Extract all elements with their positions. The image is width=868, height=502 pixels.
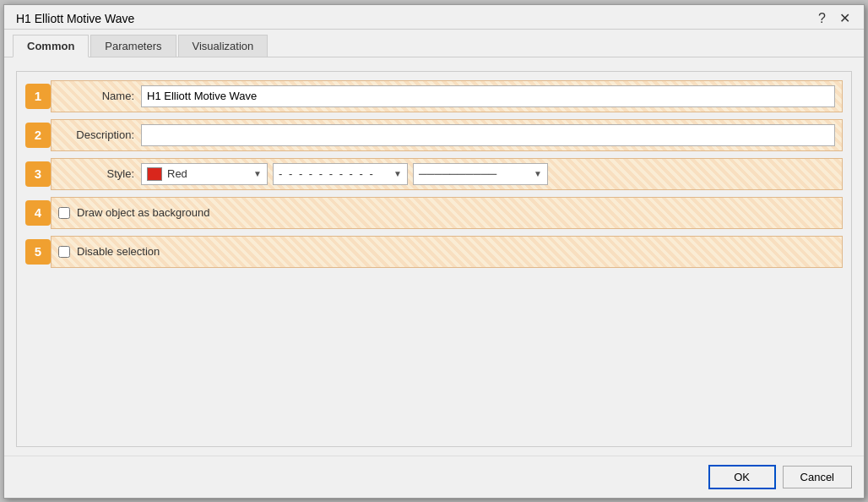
description-input[interactable] (141, 124, 835, 146)
close-button[interactable]: ✕ (836, 12, 854, 25)
inner-panel: 1 Name: 2 Description: (16, 71, 852, 447)
color-swatch (147, 167, 162, 181)
badge-3: 3 (25, 161, 51, 187)
style-row-content: Style: Red ▼ - - - - - - - - - - ▼ ──── (51, 158, 843, 190)
name-input[interactable] (141, 85, 835, 107)
name-label: Name: (58, 90, 134, 102)
description-row: 2 Description: (25, 119, 843, 151)
dialog: H1 Elliott Motive Wave ? ✕ Common Parame… (3, 4, 865, 499)
color-dropdown[interactable]: Red ▼ (141, 163, 268, 185)
cancel-button[interactable]: Cancel (783, 466, 852, 488)
disable-sel-label: Disable selection (77, 245, 160, 258)
title-bar: H1 Elliott Motive Wave ? ✕ (4, 5, 864, 30)
line-thickness-dropdown[interactable]: ────────── ▼ (413, 163, 548, 185)
name-row-content: Name: (51, 80, 843, 112)
draw-bg-checkbox-row: Draw object as background (58, 206, 210, 219)
description-row-content: Description: (51, 119, 843, 151)
color-name: Red (167, 167, 250, 180)
tab-parameters[interactable]: Parameters (90, 35, 176, 57)
footer: OK Cancel (4, 456, 864, 498)
help-button[interactable]: ? (815, 12, 829, 25)
name-row: 1 Name: (25, 80, 843, 112)
style-row: 3 Style: Red ▼ - - - - - - - - - - ▼ (25, 158, 843, 190)
badge-1: 1 (25, 84, 51, 109)
title-controls: ? ✕ (815, 12, 854, 25)
tab-visualization[interactable]: Visualization (178, 35, 269, 57)
line-style-dropdown-arrow: ▼ (393, 169, 402, 178)
line-thick-dropdown-arrow: ▼ (534, 169, 542, 178)
disable-sel-checkbox-row: Disable selection (58, 245, 160, 258)
disable-sel-row-content: Disable selection (51, 236, 843, 268)
tab-common[interactable]: Common (13, 35, 89, 57)
draw-bg-label: Draw object as background (77, 206, 210, 219)
color-dropdown-arrow: ▼ (253, 169, 262, 178)
content-area: 1 Name: 2 Description: (4, 57, 864, 456)
line-style-dropdown[interactable]: - - - - - - - - - - ▼ (273, 163, 408, 185)
disable-sel-row: 5 Disable selection (25, 236, 843, 268)
disable-sel-checkbox[interactable] (58, 246, 70, 258)
tabs-bar: Common Parameters Visualization (4, 30, 864, 57)
badge-5: 5 (25, 239, 51, 265)
draw-bg-checkbox[interactable] (58, 207, 70, 219)
draw-bg-row: 4 Draw object as background (25, 197, 843, 229)
dialog-title: H1 Elliott Motive Wave (16, 12, 134, 25)
ok-button[interactable]: OK (708, 465, 776, 489)
badge-2: 2 (25, 123, 51, 148)
badge-4: 4 (25, 200, 51, 226)
draw-bg-row-content: Draw object as background (51, 197, 843, 229)
line-style-text: - - - - - - - - - - (279, 167, 390, 180)
line-thick-text: ────────── (419, 167, 530, 180)
style-label: Style: (58, 167, 134, 180)
description-label: Description: (58, 128, 134, 141)
